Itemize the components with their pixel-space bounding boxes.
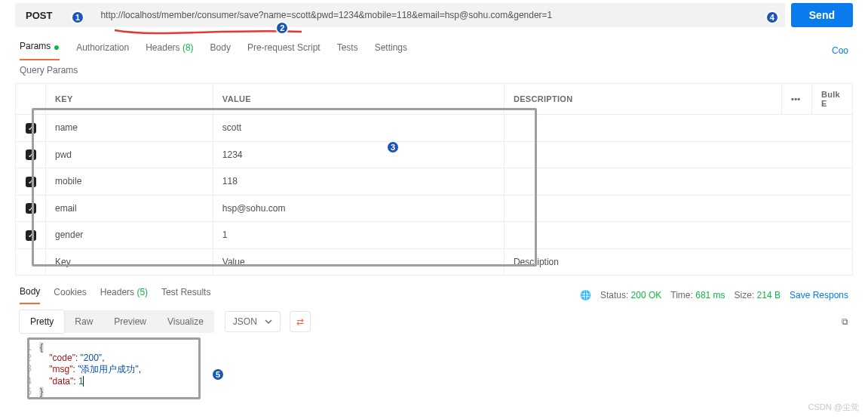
param-value-cell[interactable]: 118 — [213, 168, 504, 196]
tab-pre-request-script[interactable]: Pre-request Script — [247, 42, 321, 59]
row-checkbox[interactable]: ✓ — [26, 230, 36, 241]
resp-tab-test-results[interactable]: Test Results — [161, 287, 210, 303]
save-response-button[interactable]: Save Respons — [790, 290, 848, 300]
col-key: KEY — [46, 84, 213, 115]
resp-tab-cookies[interactable]: Cookies — [54, 287, 86, 303]
watermark: CSDN @尘觉 — [808, 402, 859, 405]
bulk-edit-button[interactable]: Bulk E — [812, 84, 853, 115]
row-checkbox[interactable]: ✓ — [26, 203, 36, 214]
param-value-cell[interactable]: hsp@sohu.com — [213, 195, 504, 222]
param-value-cell[interactable]: 1234 — [213, 141, 504, 168]
url-input[interactable] — [99, 9, 777, 21]
more-options-icon[interactable]: ••• — [782, 84, 812, 115]
response-body-code[interactable]: 1{ 2 "code": "200", 3 "msg": "添加用户成功", 4… — [0, 339, 868, 405]
request-bar: POST 1 2 4 Send — [0, 0, 868, 27]
param-key-placeholder[interactable]: Key — [46, 248, 213, 275]
param-desc-cell[interactable] — [504, 115, 852, 142]
tab-body[interactable]: Body — [210, 42, 231, 59]
param-desc-cell[interactable] — [504, 168, 852, 196]
query-params-table: KEY VALUE DESCRIPTION ••• Bulk E ✓namesc… — [15, 83, 853, 276]
row-checkbox[interactable]: ✓ — [26, 123, 36, 134]
request-tabs: Params ● Authorization Headers (8) Body … — [0, 27, 868, 60]
http-method-select[interactable]: POST 1 — [15, 3, 91, 27]
view-raw[interactable]: Raw — [64, 310, 103, 333]
copy-response-icon[interactable]: ⧉ — [842, 316, 848, 327]
status-code: 200 OK — [631, 290, 662, 300]
wrap-lines-button[interactable]: ⇄ — [290, 311, 311, 332]
params-dirty-dot: ● — [54, 41, 60, 53]
param-value-cell[interactable]: scott — [213, 115, 504, 142]
tab-authorization[interactable]: Authorization — [76, 42, 129, 59]
annotation-badge-4: 4 — [765, 11, 779, 24]
col-description: DESCRIPTION — [504, 84, 781, 115]
response-time: 681 ms — [695, 290, 725, 300]
view-visualize[interactable]: Visualize — [157, 310, 214, 333]
annotation-badge-1: 1 — [71, 11, 84, 24]
tab-params[interactable]: Params ● — [20, 41, 60, 60]
table-row-new: KeyValueDescription — [16, 248, 853, 275]
response-size: 214 B — [757, 290, 781, 300]
response-view-bar: Pretty Raw Preview Visualize JSON ⇄ ⧉ — [0, 304, 868, 339]
view-pretty[interactable]: Pretty — [20, 310, 64, 333]
response-tabs: Body Cookies Headers (5) Test Results 🌐 … — [0, 276, 868, 304]
param-desc-cell[interactable] — [504, 141, 852, 168]
row-checkbox[interactable]: ✓ — [26, 177, 36, 187]
table-row: ✓pwd1234 — [16, 141, 853, 168]
query-params-heading: Query Params — [0, 60, 868, 83]
param-value-placeholder[interactable]: Value — [213, 248, 504, 275]
globe-icon[interactable]: 🌐 — [580, 290, 591, 300]
url-input-container: 2 4 — [91, 3, 784, 27]
resp-tab-body[interactable]: Body — [20, 286, 40, 304]
param-key-cell[interactable]: mobile — [46, 168, 213, 196]
table-row: ✓emailhsp@sohu.com — [16, 195, 853, 222]
view-preview[interactable]: Preview — [103, 310, 157, 333]
param-desc-cell[interactable] — [504, 222, 852, 249]
chevron-down-icon — [265, 318, 272, 325]
annotation-badge-3: 3 — [386, 140, 400, 154]
annotation-badge-5: 5 — [211, 368, 225, 381]
send-button[interactable]: Send — [791, 3, 853, 27]
table-row: ✓mobile118 — [16, 168, 853, 196]
table-row: ✓gender1 — [16, 222, 853, 249]
response-status-bar: 🌐 Status: 200 OK Time: 681 ms Size: 214 … — [580, 290, 848, 300]
table-row: ✓namescott — [16, 115, 853, 142]
param-desc-placeholder[interactable]: Description — [504, 248, 852, 275]
param-key-cell[interactable]: email — [46, 195, 213, 222]
tab-tests[interactable]: Tests — [337, 42, 358, 59]
response-lang-select[interactable]: JSON — [225, 311, 281, 332]
param-value-cell[interactable]: 1 — [213, 222, 504, 249]
param-key-cell[interactable]: pwd — [46, 141, 213, 168]
row-checkbox[interactable]: ✓ — [26, 149, 36, 160]
param-key-cell[interactable]: gender — [46, 222, 213, 249]
cookies-link[interactable]: Coo — [832, 45, 848, 56]
tab-settings[interactable]: Settings — [375, 42, 407, 59]
param-desc-cell[interactable] — [504, 195, 852, 222]
col-value: VALUE — [213, 84, 504, 115]
http-method-label: POST — [26, 10, 52, 21]
resp-tab-headers[interactable]: Headers (5) — [100, 287, 148, 303]
param-key-cell[interactable]: name — [46, 115, 213, 142]
tab-headers[interactable]: Headers (8) — [146, 42, 193, 59]
